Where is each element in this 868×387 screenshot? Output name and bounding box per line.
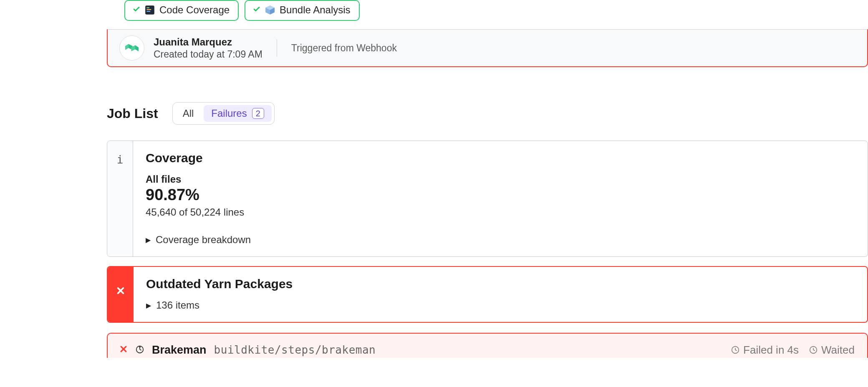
coverage-lines: 45,640 of 50,224 lines bbox=[146, 206, 855, 218]
job-filter: All Failures 2 bbox=[172, 102, 275, 125]
info-icon: i bbox=[107, 141, 133, 256]
filter-failures-count: 2 bbox=[252, 108, 264, 119]
job-list-title: Job List bbox=[107, 106, 158, 121]
x-icon bbox=[119, 344, 128, 356]
job-coverage: i Coverage All files 90.87% 45,640 of 50… bbox=[107, 141, 868, 257]
avatar[interactable] bbox=[119, 35, 144, 60]
coverage-breakdown-toggle[interactable]: ▶ Coverage breakdown bbox=[146, 234, 855, 246]
triangle-icon: ▶ bbox=[146, 302, 151, 309]
filter-failures[interactable]: Failures 2 bbox=[204, 105, 271, 122]
yarn-title: Outdated Yarn Packages bbox=[146, 277, 855, 291]
coverage-breakdown-label: Coverage breakdown bbox=[156, 234, 251, 246]
build-author: Juanita Marquez bbox=[154, 36, 262, 48]
step-label: Bundle Analysis bbox=[280, 4, 350, 16]
brakeman-path: buildkite/steps/brakeman bbox=[214, 344, 376, 356]
svg-marker-10 bbox=[135, 45, 139, 51]
svg-rect-2 bbox=[146, 9, 151, 10]
triangle-icon: ▶ bbox=[146, 236, 151, 244]
step-code-coverage[interactable]: Code Coverage bbox=[124, 0, 239, 21]
failed-duration: Failed in 4s bbox=[731, 344, 799, 357]
job-brakeman[interactable]: Brakeman buildkite/steps/brakeman Failed… bbox=[107, 333, 868, 358]
coverage-subtitle: All files bbox=[146, 173, 855, 185]
step-group: Code Coverage Bundle Analysis bbox=[107, 0, 868, 21]
brakeman-name: Brakeman bbox=[152, 344, 207, 357]
brakeman-icon bbox=[135, 345, 144, 355]
check-icon bbox=[253, 5, 260, 15]
build-created-time: Created today at 7:09 AM bbox=[154, 49, 262, 60]
bundle-icon bbox=[265, 5, 275, 15]
svg-line-18 bbox=[140, 349, 141, 350]
x-icon bbox=[116, 284, 125, 298]
yarn-items-label: 136 items bbox=[156, 299, 199, 311]
code-coverage-icon bbox=[144, 5, 155, 15]
svg-rect-16 bbox=[139, 346, 141, 347]
step-label: Code Coverage bbox=[159, 4, 230, 16]
check-icon bbox=[133, 5, 140, 15]
job-list-header: Job List All Failures 2 bbox=[107, 102, 868, 125]
separator bbox=[277, 39, 277, 57]
yarn-items-toggle[interactable]: ▶ 136 items bbox=[146, 299, 855, 311]
svg-marker-7 bbox=[125, 44, 129, 50]
filter-all[interactable]: All bbox=[175, 105, 202, 122]
filter-failures-label: Failures bbox=[211, 108, 247, 119]
coverage-percent: 90.87% bbox=[146, 186, 855, 204]
build-trigger: Triggered from Webhook bbox=[291, 43, 397, 54]
svg-rect-1 bbox=[146, 8, 149, 8]
build-meta-card: Juanita Marquez Created today at 7:09 AM… bbox=[107, 29, 868, 67]
job-yarn-outdated: Outdated Yarn Packages ▶ 136 items bbox=[107, 266, 868, 323]
fail-icon bbox=[108, 267, 134, 322]
coverage-title: Coverage bbox=[146, 151, 855, 165]
waited-duration: Waited bbox=[809, 344, 855, 357]
step-bundle-analysis[interactable]: Bundle Analysis bbox=[245, 0, 359, 21]
svg-rect-3 bbox=[146, 11, 150, 12]
